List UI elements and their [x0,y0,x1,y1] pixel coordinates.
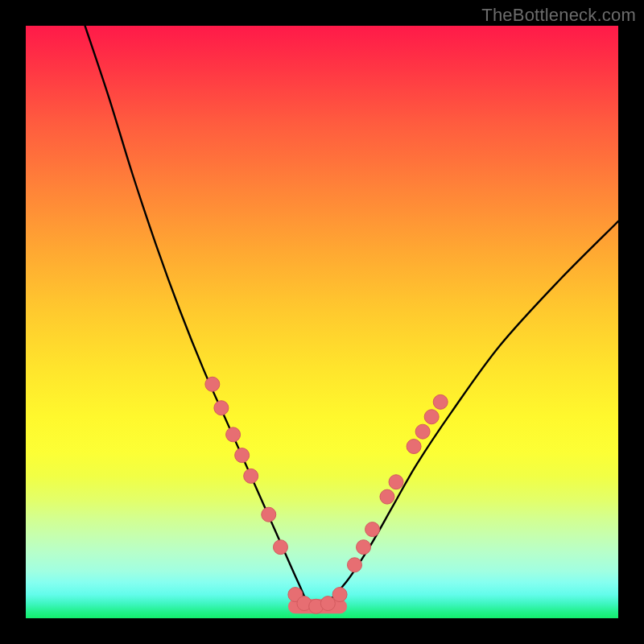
right-dot-2 [357,540,371,555]
curve-layer [26,26,618,618]
right-dot-9 [433,394,448,409]
marker-dots [205,377,448,613]
plot-area [26,26,618,618]
right-dot-8 [424,410,439,424]
chart-frame: TheBottleneck.com [0,0,644,644]
right-dot-3 [365,522,380,537]
right-dot-6 [407,440,421,454]
watermark-text: TheBottleneck.com [481,5,636,26]
left-dot-1 [205,377,220,391]
right-dot-7 [415,424,430,439]
bottleneck-curve [85,26,618,609]
left-dot-4 [235,448,250,463]
valley-5 [332,588,347,602]
valley-4 [320,597,335,611]
left-dot-5 [244,469,258,483]
left-dot-6 [262,507,276,522]
left-dot-2 [214,401,229,415]
left-dot-7 [273,540,287,555]
left-dot-3 [226,427,241,442]
right-dot-1 [347,558,361,572]
right-dot-5 [389,475,403,489]
right-dot-4 [380,489,394,504]
